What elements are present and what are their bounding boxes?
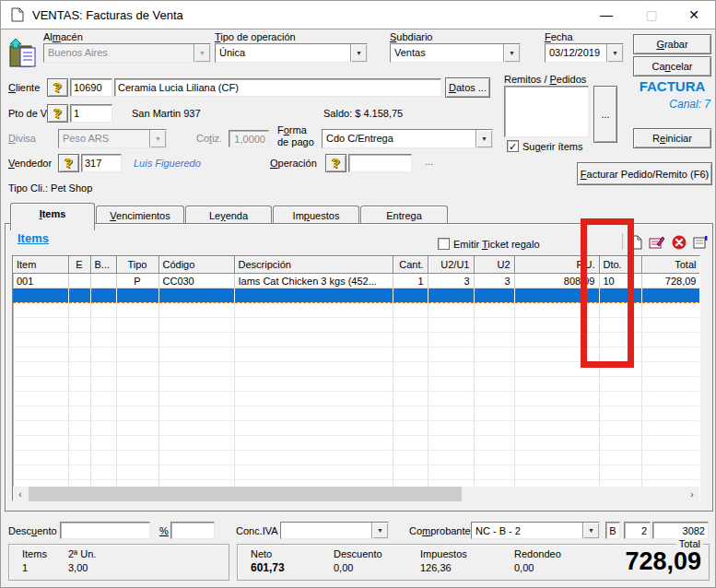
fecha-dropdown-arrow-icon[interactable]: ▼ [606, 44, 623, 62]
fecha-combo[interactable]: 03/12/2019 ▼ [545, 43, 624, 63]
item-properties-icon[interactable] [692, 234, 708, 250]
pto-venta-input[interactable] [70, 104, 112, 123]
items-count-value: 1 [22, 562, 28, 573]
cliente-label: Cliente [8, 82, 40, 93]
un2-value: 3,00 [68, 562, 88, 573]
cotiz-input[interactable] [229, 130, 269, 147]
cell[interactable]: 728,09 [641, 274, 700, 288]
almacen-combo[interactable]: Buenos Aires ▼ [43, 43, 211, 63]
close-button[interactable]: ✕ [674, 1, 714, 28]
cell[interactable]: 001 [13, 274, 68, 288]
divisa-dropdown-arrow-icon[interactable]: ▼ [149, 130, 166, 147]
emitir-ticket-label: Emitir Ticket regalo [453, 239, 540, 250]
cell[interactable] [68, 274, 90, 288]
almacen-dropdown-arrow-icon[interactable]: ▼ [194, 44, 210, 62]
cell[interactable] [474, 288, 514, 303]
cell[interactable]: 3 [474, 274, 514, 288]
tipo-operacion-value: Única [216, 44, 350, 62]
percent-input[interactable] [170, 522, 215, 539]
emitir-ticket-checkbox[interactable] [438, 238, 450, 250]
cell[interactable]: Iams Cat Chicken 3 kgs (452... [234, 274, 393, 288]
cell[interactable] [116, 288, 158, 303]
facturar-pedido-button[interactable]: Facturar Pedido/Remito (F6) [577, 162, 712, 185]
column-header-cant[interactable]: Cant. [393, 256, 428, 274]
column-header-item[interactable]: Item [13, 256, 68, 274]
cell[interactable]: P [116, 274, 158, 288]
pto-venta-label: Pto de V [8, 108, 47, 119]
scroll-left-icon[interactable]: ‹ [13, 487, 28, 501]
minimize-button[interactable]: — [586, 1, 627, 28]
cell[interactable]: 1 [393, 274, 428, 288]
sugerir-items-checkbox[interactable]: ✓ [507, 140, 519, 152]
cell[interactable]: 3 [428, 274, 474, 288]
column-header-u2u1[interactable]: U2/U1 [428, 256, 474, 274]
column-header-cdigo[interactable]: Código [158, 256, 234, 274]
forma-pago-combo[interactable]: Cdo C/Entrega ▼ [322, 129, 493, 148]
delete-item-icon[interactable] [671, 234, 687, 250]
cell[interactable] [428, 288, 474, 303]
cancelar-button[interactable]: Cancelar [633, 56, 711, 76]
conc-iva-dropdown-arrow-icon[interactable]: ▼ [371, 523, 388, 538]
cell[interactable] [90, 288, 116, 303]
vendedor-lookup-button[interactable]: ? [58, 154, 79, 172]
cell[interactable]: CC030 [158, 274, 234, 288]
scrollbar-thumb[interactable] [29, 487, 462, 501]
canal-label: Canal: 7 [615, 98, 710, 111]
divisa-combo[interactable]: Peso ARS ▼ [58, 129, 167, 148]
descuento-input[interactable] [60, 522, 150, 539]
remitos-more-button[interactable]: ... [593, 86, 617, 143]
pto-venta-lookup-button[interactable]: ? [47, 104, 68, 123]
tipo-cliente-label: Tipo Cli.: Pet Shop [8, 182, 92, 194]
comprobante-combo[interactable]: NC - B - 2 ▼ [471, 522, 600, 539]
column-header-total[interactable]: Total [641, 256, 700, 274]
cell[interactable] [13, 288, 68, 303]
subdiario-dropdown-arrow-icon[interactable]: ▼ [503, 44, 520, 62]
subdiario-combo[interactable]: Ventas ▼ [390, 43, 521, 63]
grabar-button[interactable]: Grabar [633, 34, 711, 54]
almacen-label: Almacén [43, 31, 83, 42]
datos-button[interactable]: Datos ... [445, 77, 490, 98]
cliente-nombre-input[interactable] [114, 78, 441, 97]
vendedor-codigo-input[interactable] [81, 154, 122, 172]
cell[interactable] [68, 288, 90, 303]
edit-item-icon[interactable] [649, 234, 664, 250]
operacion-label: Operación [270, 158, 317, 169]
redondeo-label: Redondeo [514, 548, 561, 559]
cotiz-label: Cotiz. [196, 133, 222, 144]
forma-pago-dropdown-arrow-icon[interactable]: ▼ [475, 130, 492, 147]
remitos-pedidos-listbox[interactable] [504, 86, 589, 137]
cell[interactable] [90, 274, 116, 288]
scroll-right-icon[interactable]: › [685, 487, 699, 501]
column-header-e[interactable]: E [68, 256, 90, 274]
total-value: 728,09 [625, 547, 701, 576]
column-header-descripcin[interactable]: Descripción [234, 256, 393, 274]
column-header-tipo[interactable]: Tipo [116, 256, 158, 274]
maximize-button[interactable]: ▢ [631, 1, 672, 28]
subdiario-label: Subdiario [390, 31, 432, 42]
divisa-value: Peso ARS [59, 130, 149, 147]
comprobante-dropdown-arrow-icon[interactable]: ▼ [582, 523, 599, 538]
items-count-label: Items [22, 548, 47, 559]
operacion-input[interactable] [348, 154, 412, 172]
items-h-scrollbar[interactable]: ‹ › [13, 487, 699, 501]
reiniciar-button[interactable]: Reiniciar [633, 128, 711, 148]
tab-items[interactable]: Items [10, 203, 95, 230]
column-header-u2[interactable]: U2 [474, 256, 514, 274]
sugerir-items-label: Sugerir ítems [522, 141, 582, 152]
cell[interactable] [158, 288, 234, 303]
cliente-lookup-button[interactable]: ? [47, 78, 68, 97]
forma-pago-label-2: de pago [277, 136, 314, 147]
cell[interactable] [234, 288, 393, 303]
empty-row [13, 451, 700, 465]
comprobante-value: NC - B - 2 [472, 523, 582, 538]
conc-iva-value [281, 523, 371, 538]
conc-iva-combo[interactable]: ▼ [280, 522, 389, 539]
operacion-more-link[interactable]: ... [425, 156, 433, 167]
cell[interactable] [393, 288, 428, 303]
column-header-b[interactable]: B... [90, 256, 116, 274]
cell[interactable] [641, 288, 700, 303]
tipo-operacion-combo[interactable]: Única ▼ [215, 43, 368, 63]
cliente-codigo-input[interactable] [70, 78, 112, 97]
tipo-operacion-dropdown-arrow-icon[interactable]: ▼ [350, 44, 367, 62]
operacion-lookup-button[interactable]: ? [325, 154, 346, 172]
